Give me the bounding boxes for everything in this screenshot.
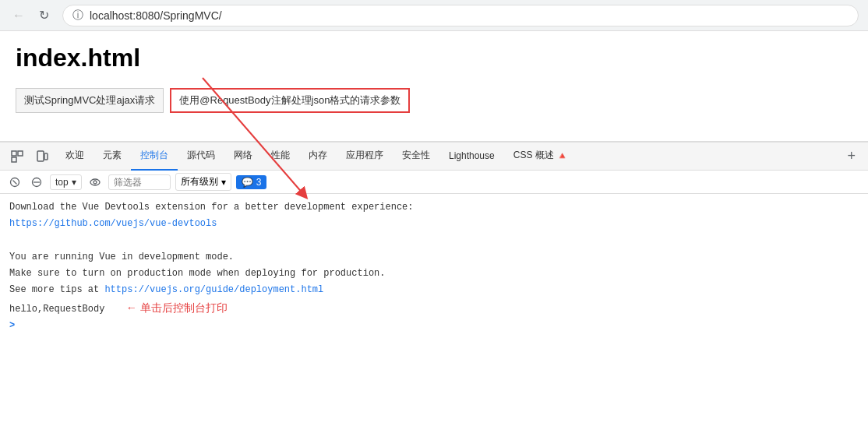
svg-point-10 bbox=[94, 181, 97, 184]
tab-lighthouse[interactable]: Lighthouse bbox=[439, 143, 504, 171]
console-prompt: > bbox=[9, 320, 15, 331]
tab-memory[interactable]: 内存 bbox=[299, 143, 337, 171]
tab-network[interactable]: 网络 bbox=[224, 143, 262, 171]
block-icon-button[interactable] bbox=[28, 174, 45, 191]
context-selector[interactable]: top ▾ bbox=[50, 174, 82, 190]
issues-icon: 💬 bbox=[242, 177, 253, 188]
devtools-tab-bar: 欢迎 元素 控制台 源代码 网络 性能 内存 应用程序 bbox=[0, 143, 868, 171]
devtools-panel: 欢迎 元素 控制台 源代码 网络 性能 内存 应用程序 bbox=[0, 141, 868, 342]
devtools-link-2[interactable]: https://vuejs.org/guide/deployment.html bbox=[104, 284, 323, 295]
annotation-text: ← 单击后控制台打印 bbox=[126, 301, 228, 314]
tab-css-overview[interactable]: CSS 概述 🔺 bbox=[504, 143, 577, 171]
svg-line-6 bbox=[13, 180, 17, 184]
ajax-button[interactable]: 测试SpringMVC处理ajax请求 bbox=[16, 88, 164, 113]
level-label: 所有级别 bbox=[181, 175, 218, 188]
console-line-4: Make sure to turn on production mode whe… bbox=[9, 266, 859, 281]
eye-icon-button[interactable] bbox=[86, 174, 104, 191]
console-line-2: https://github.com/vuejs/vue-devtools bbox=[9, 216, 859, 231]
back-button[interactable]: ← bbox=[9, 6, 28, 25]
chevron-down-icon: ▾ bbox=[72, 177, 76, 188]
inspect-icon[interactable] bbox=[6, 146, 28, 167]
console-hello-line: hello,RequestBody ← 单击后控制台打印 bbox=[9, 299, 859, 317]
page-title: index.html bbox=[16, 44, 852, 72]
browser-chrome: ← ↻ ⓘ localhost:8080/SpringMVC/ bbox=[0, 0, 868, 31]
svg-rect-1 bbox=[18, 151, 23, 156]
tab-elements[interactable]: 元素 bbox=[94, 143, 131, 171]
tab-security[interactable]: 安全性 bbox=[393, 143, 439, 171]
devtools-link-1[interactable]: https://github.com/vuejs/vue-devtools bbox=[9, 218, 217, 229]
svg-rect-0 bbox=[12, 151, 16, 156]
url-text: localhost:8080/SpringMVC/ bbox=[90, 9, 222, 22]
page-wrapper: index.html 测试SpringMVC处理ajax请求 使用@Reques… bbox=[0, 31, 868, 342]
tab-application[interactable]: 应用程序 bbox=[337, 143, 393, 171]
console-prompt-line: > bbox=[9, 319, 859, 333]
address-bar[interactable]: ⓘ localhost:8080/SpringMVC/ bbox=[62, 5, 859, 26]
svg-point-9 bbox=[90, 179, 100, 185]
device-icon[interactable] bbox=[31, 146, 53, 167]
svg-rect-3 bbox=[37, 151, 44, 161]
console-line-5: See more tips at https://vuejs.org/guide… bbox=[9, 283, 859, 297]
issues-count: 3 bbox=[256, 177, 262, 188]
tab-sources[interactable]: 源代码 bbox=[178, 143, 224, 171]
console-line-1: Download the Vue Devtools extension for … bbox=[9, 200, 859, 215]
console-output: Download the Vue Devtools extension for … bbox=[0, 194, 868, 342]
filter-input[interactable] bbox=[108, 174, 171, 190]
tab-performance[interactable]: 性能 bbox=[262, 143, 299, 171]
clear-console-button[interactable] bbox=[6, 174, 23, 191]
console-toolbar: top ▾ 所有级别 ▾ 💬 3 bbox=[0, 171, 868, 194]
svg-rect-4 bbox=[44, 153, 48, 160]
tab-console[interactable]: 控制台 bbox=[131, 143, 178, 171]
add-tab-button[interactable]: + bbox=[841, 145, 862, 167]
level-selector[interactable]: 所有级别 ▾ bbox=[175, 173, 231, 191]
top-label: top bbox=[55, 177, 69, 188]
console-line-3: You are running Vue in development mode. bbox=[9, 250, 859, 265]
tab-welcome[interactable]: 欢迎 bbox=[56, 143, 94, 171]
issues-badge[interactable]: 💬 3 bbox=[236, 175, 267, 189]
info-icon: ⓘ bbox=[72, 9, 83, 23]
level-chevron-icon: ▾ bbox=[221, 177, 226, 188]
refresh-button[interactable]: ↻ bbox=[34, 6, 53, 25]
nav-buttons: ← ↻ bbox=[9, 6, 53, 25]
button-row: 测试SpringMVC处理ajax请求 使用@RequestBody注解处理js… bbox=[16, 88, 852, 113]
svg-rect-2 bbox=[12, 157, 16, 162]
page-content: index.html 测试SpringMVC处理ajax请求 使用@Reques… bbox=[0, 31, 868, 141]
console-line-spacer bbox=[9, 233, 859, 248]
requestbody-button[interactable]: 使用@RequestBody注解处理json格式的请求参数 bbox=[170, 88, 410, 113]
